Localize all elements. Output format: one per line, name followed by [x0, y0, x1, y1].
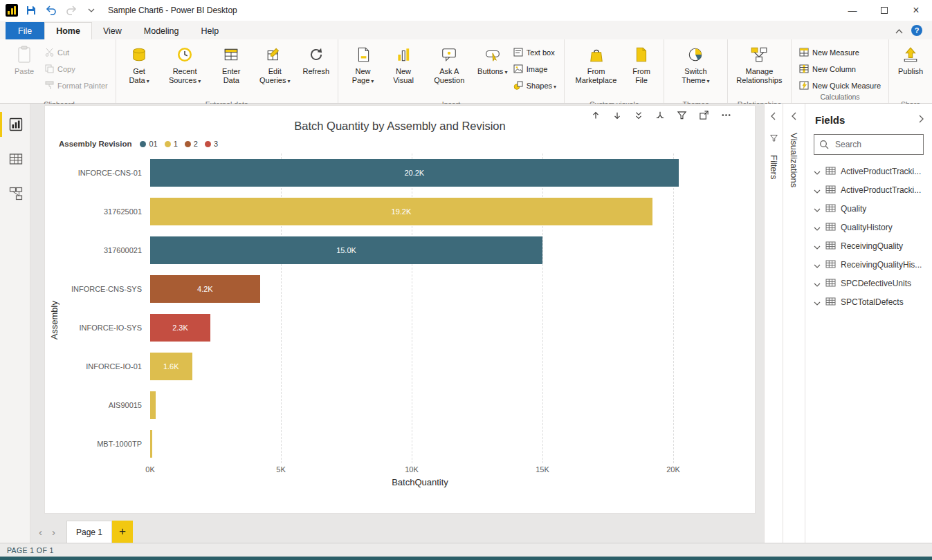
- field-table-row[interactable]: Quality: [805, 199, 932, 218]
- more-options-icon[interactable]: [721, 110, 731, 120]
- quick-access-caret-icon[interactable]: [84, 3, 98, 17]
- bar[interactable]: 2.3K: [150, 314, 210, 342]
- get-data-button[interactable]: Get Data▾: [121, 41, 158, 100]
- new-measure-button[interactable]: New Measure: [796, 46, 884, 59]
- new-visual-button[interactable]: New Visual: [384, 41, 423, 100]
- tab-modeling[interactable]: Modeling: [133, 22, 190, 39]
- field-table-row[interactable]: QualityHistory: [805, 218, 932, 236]
- bar-track: 20.2K: [150, 159, 690, 187]
- filters-funnel-icon: [769, 133, 778, 145]
- image-button[interactable]: Image: [511, 62, 559, 75]
- help-icon[interactable]: ?: [911, 25, 922, 36]
- tab-help[interactable]: Help: [190, 22, 230, 39]
- ask-a-question-button[interactable]: Ask A Question: [424, 41, 475, 100]
- filters-expand-chevron-icon[interactable]: [771, 111, 776, 123]
- visual-card[interactable]: Batch Quantity by Assembly and Revision …: [44, 105, 756, 514]
- expand-all-icon[interactable]: [655, 111, 665, 120]
- field-table-row[interactable]: ActiveProductTracki...: [805, 180, 932, 199]
- save-button[interactable]: [24, 3, 38, 17]
- filters-panel-title: Filters: [769, 155, 779, 179]
- chevron-down-icon[interactable]: [814, 184, 821, 196]
- chevron-down-icon[interactable]: [814, 240, 821, 252]
- x-tick-label: 15K: [536, 465, 549, 474]
- bar[interactable]: 1.6K: [150, 353, 192, 380]
- field-table-row[interactable]: ActiveProductTracki...: [805, 162, 932, 180]
- tab-home[interactable]: Home: [44, 22, 92, 39]
- chevron-down-icon[interactable]: [814, 296, 821, 308]
- redo-button[interactable]: [64, 3, 78, 17]
- from-file-button[interactable]: From File: [624, 41, 659, 100]
- chevron-down-icon[interactable]: [814, 203, 821, 215]
- field-table-row[interactable]: ReceivingQualityHis...: [805, 255, 932, 274]
- minimize-button[interactable]: —: [837, 0, 868, 21]
- maximize-button[interactable]: [868, 0, 900, 21]
- fields-panel: Fields ActiveProductTracki...ActiveProdu…: [805, 104, 932, 543]
- category-label: INFORCE-IO-SYS: [63, 324, 150, 332]
- visualizations-panel-collapsed: Visualizations: [783, 104, 805, 543]
- recent-sources-button[interactable]: Recent Sources▾: [158, 41, 211, 100]
- page-tab-1[interactable]: Page 1: [66, 521, 112, 543]
- enter-data-button[interactable]: Enter Data: [212, 41, 250, 100]
- fields-collapse-chevron-icon[interactable]: [918, 113, 924, 126]
- search-icon: [819, 140, 829, 149]
- cut-button[interactable]: Cut: [42, 46, 111, 59]
- undo-button[interactable]: [44, 3, 58, 17]
- data-view-button[interactable]: [0, 147, 30, 171]
- chevron-down-icon[interactable]: [814, 259, 821, 271]
- bar[interactable]: 15.0K: [150, 236, 542, 264]
- publish-button[interactable]: Publish: [894, 41, 927, 100]
- bar[interactable]: 4.2K: [150, 275, 260, 303]
- field-table-row[interactable]: ReceivingQuality: [805, 236, 932, 255]
- page-next-arrow[interactable]: ›: [52, 526, 55, 538]
- new-page-tab-button[interactable]: +: [112, 521, 133, 543]
- buttons-button[interactable]: Buttons▾: [476, 41, 509, 100]
- drill-up-icon[interactable]: [591, 111, 601, 120]
- x-ticks: 0K5K10K15K20K: [150, 463, 690, 476]
- manage-relationships-button[interactable]: Manage Relationships: [733, 41, 786, 100]
- refresh-button[interactable]: Refresh: [300, 41, 333, 100]
- legend-item[interactable]: 3: [205, 140, 218, 148]
- field-table-row[interactable]: SPCDefectiveUnits: [805, 274, 932, 292]
- visualizations-expand-chevron-icon[interactable]: [792, 111, 797, 123]
- report-view-button[interactable]: [0, 112, 30, 137]
- category-label: MBT-1000TP: [63, 440, 150, 448]
- switch-theme-button[interactable]: Switch Theme▾: [669, 41, 722, 100]
- new-page-button[interactable]: New Page▾: [343, 41, 383, 100]
- format-painter-button[interactable]: Format Painter: [42, 79, 111, 92]
- from-marketplace-button[interactable]: From Marketplace: [569, 41, 623, 100]
- chevron-down-icon[interactable]: [814, 277, 821, 290]
- drill-down-icon[interactable]: [612, 111, 622, 120]
- ribbon-collapse-chevron-icon[interactable]: [895, 24, 903, 37]
- edit-queries-button[interactable]: Edit Queries▾: [252, 41, 298, 100]
- copy-button[interactable]: Copy: [42, 62, 111, 75]
- legend-item[interactable]: 1: [165, 140, 178, 148]
- chevron-down-icon[interactable]: [814, 165, 821, 178]
- tab-view[interactable]: View: [92, 22, 133, 39]
- bar[interactable]: 20.2K: [150, 159, 679, 187]
- field-table-row[interactable]: SPCTotalDefects: [805, 292, 932, 311]
- report-canvas[interactable]: Batch Quantity by Assembly and Revision …: [30, 104, 764, 521]
- model-view-button[interactable]: [0, 181, 30, 206]
- text-box-button[interactable]: Text box: [511, 46, 559, 59]
- bar[interactable]: [150, 391, 156, 419]
- legend-item[interactable]: 01: [140, 140, 157, 148]
- bar[interactable]: 19.2K: [150, 198, 652, 225]
- bar-row: INFORCE-CNS-SYS4.2K: [63, 270, 690, 308]
- new-quick-measure-button[interactable]: New Quick Measure: [796, 79, 884, 92]
- visual-filter-icon[interactable]: [677, 110, 687, 120]
- field-table-name: ReceivingQuality: [841, 241, 903, 251]
- focus-mode-icon[interactable]: [699, 110, 709, 120]
- tab-file[interactable]: File: [6, 22, 44, 39]
- legend-item[interactable]: 2: [185, 140, 198, 148]
- bar[interactable]: [150, 430, 152, 458]
- page-prev-arrow[interactable]: ‹: [39, 526, 42, 538]
- y-axis-title: Assembly: [49, 301, 60, 339]
- chevron-down-icon[interactable]: [814, 221, 821, 234]
- close-button[interactable]: ×: [900, 0, 932, 21]
- paste-button[interactable]: Paste: [8, 41, 41, 100]
- fields-search-input[interactable]: [814, 134, 924, 155]
- go-to-next-level-icon[interactable]: [634, 111, 643, 120]
- shapes-button[interactable]: Shapes▾: [511, 79, 559, 92]
- bar-value-label: 15.0K: [336, 246, 356, 254]
- new-column-button[interactable]: New Column: [796, 62, 884, 75]
